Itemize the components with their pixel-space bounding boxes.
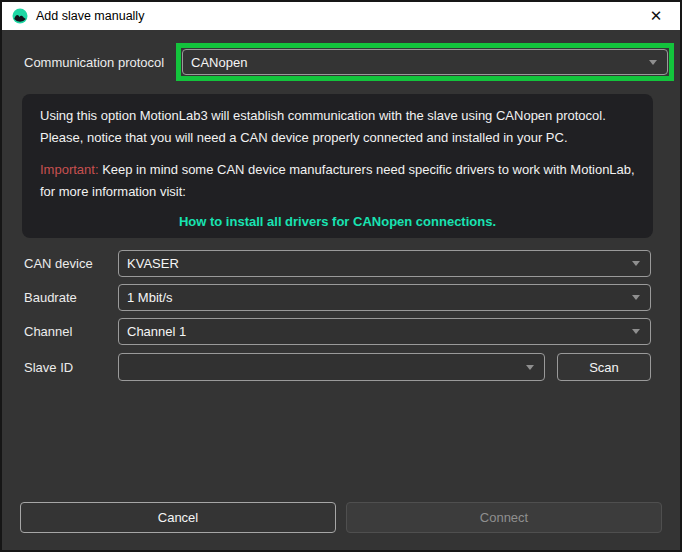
info-paragraph: Using this option MotionLab3 will establ… [40,105,635,149]
chevron-down-icon [632,295,640,300]
close-icon[interactable]: ✕ [642,2,670,30]
important-text: Keep in mind some CAN device manufacture… [40,162,635,199]
slave-id-label: Slave ID [24,353,73,381]
driver-install-link[interactable]: How to install all drivers for CANopen c… [40,211,635,233]
baudrate-label: Baudrate [24,284,77,311]
channel-label: Channel [24,318,72,345]
chevron-down-icon [526,365,534,370]
baudrate-dropdown[interactable]: 1 Mbit/s [118,284,651,311]
titlebar: Add slave manually ✕ [2,2,680,30]
channel-dropdown[interactable]: Channel 1 [118,318,651,345]
scan-button[interactable]: Scan [557,353,651,381]
can-device-value: KVASER [127,256,632,271]
communication-protocol-value: CANopen [191,55,649,70]
important-paragraph: Important: Keep in mind some CAN device … [40,159,635,203]
chevron-down-icon [632,261,640,266]
chevron-down-icon [649,60,657,65]
chevron-down-icon [632,329,640,334]
important-label: Important: [40,162,99,177]
info-panel: Using this option MotionLab3 will establ… [22,94,653,238]
baudrate-value: 1 Mbit/s [127,290,632,305]
protocol-highlight-box: CANopen [176,43,674,81]
slave-id-dropdown[interactable] [118,353,545,381]
motionlab-logo-icon [12,8,28,24]
connect-button[interactable]: Connect [346,502,662,533]
can-device-label: CAN device [24,250,93,277]
communication-protocol-dropdown[interactable]: CANopen [182,49,668,75]
add-slave-dialog: Add slave manually ✕ Communication proto… [0,0,682,552]
cancel-button[interactable]: Cancel [20,502,336,533]
channel-value: Channel 1 [127,324,632,339]
window-title: Add slave manually [36,9,144,23]
communication-protocol-label: Communication protocol [24,43,164,81]
can-device-dropdown[interactable]: KVASER [118,250,651,277]
